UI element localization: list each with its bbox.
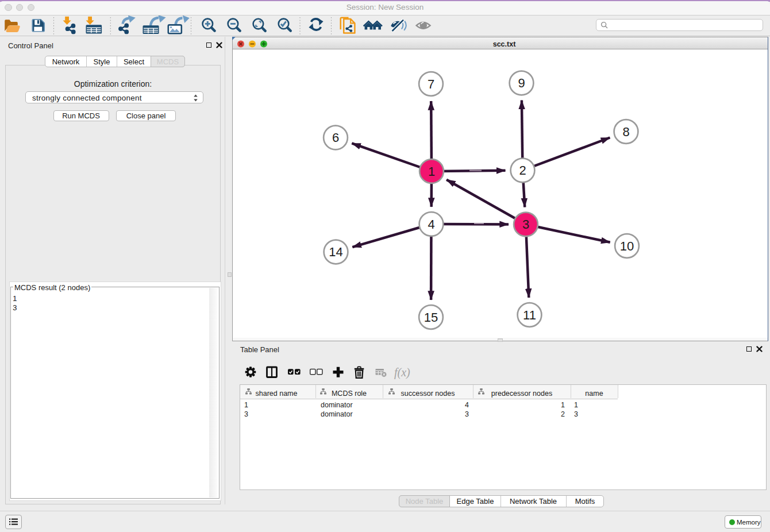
svg-text:10: 10 <box>620 239 634 253</box>
svg-text:8: 8 <box>622 125 629 139</box>
svg-text:11: 11 <box>523 308 536 322</box>
svg-text:7: 7 <box>428 77 434 91</box>
svg-text:14: 14 <box>329 245 342 259</box>
svg-text:6: 6 <box>332 130 339 145</box>
svg-text:9: 9 <box>518 76 525 90</box>
svg-text:3: 3 <box>522 217 529 232</box>
svg-text:f(x): f(x) <box>394 366 410 379</box>
svg-text:1: 1 <box>428 164 435 179</box>
svg-text:2: 2 <box>519 163 526 178</box>
svg-text:4: 4 <box>428 217 434 232</box>
svg-text:15: 15 <box>424 310 438 325</box>
